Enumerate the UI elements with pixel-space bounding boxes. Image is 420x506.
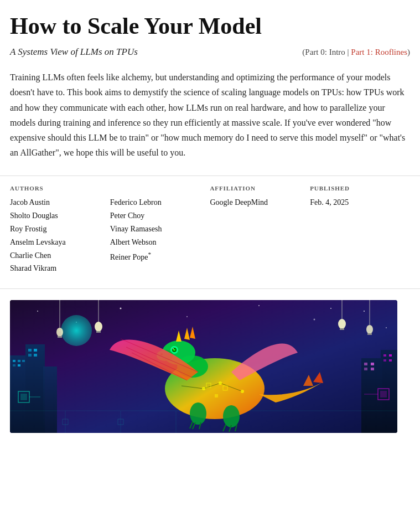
svg-rect-14 bbox=[13, 364, 15, 366]
svg-point-69 bbox=[338, 319, 346, 329]
footnote-asterisk: * bbox=[148, 251, 152, 257]
svg-rect-26 bbox=[389, 354, 392, 357]
svg-point-3 bbox=[120, 308, 122, 309]
svg-rect-22 bbox=[34, 354, 37, 357]
author-name: Anselm Levskaya bbox=[10, 236, 110, 249]
svg-point-45 bbox=[219, 381, 222, 385]
dragon-illustration bbox=[10, 300, 397, 433]
svg-point-66 bbox=[95, 322, 102, 332]
parts-nav: (Part 0: Intro | Part 1: Rooflines) bbox=[302, 48, 410, 57]
svg-point-11 bbox=[61, 315, 92, 346]
svg-rect-81 bbox=[380, 391, 387, 397]
author-name: Sharad Vikram bbox=[10, 262, 110, 275]
page-title: How to Scale Your Model bbox=[10, 13, 410, 39]
affiliation-col: AFFILIATION Google DeepMind bbox=[210, 185, 310, 275]
svg-rect-70 bbox=[340, 328, 344, 330]
svg-point-1 bbox=[37, 311, 38, 312]
parts-suffix: ) bbox=[407, 48, 410, 56]
author-name: Federico Lebron bbox=[110, 196, 210, 209]
svg-rect-28 bbox=[389, 359, 392, 362]
authors-label: AUTHORS bbox=[10, 185, 110, 192]
svg-rect-27 bbox=[383, 359, 386, 362]
published-col: PUBLISHED Feb. 4, 2025 bbox=[310, 185, 410, 275]
svg-rect-67 bbox=[96, 331, 101, 333]
affiliation-label: AFFILIATION bbox=[210, 185, 310, 192]
published-label: PUBLISHED bbox=[310, 185, 410, 192]
authors-col1: AUTHORS Jacob AustinSholto DouglasRoy Fr… bbox=[10, 185, 110, 275]
svg-rect-19 bbox=[28, 349, 32, 352]
svg-rect-85 bbox=[215, 394, 218, 397]
svg-point-9 bbox=[330, 308, 331, 309]
svg-point-46 bbox=[241, 390, 244, 393]
svg-rect-20 bbox=[34, 349, 37, 352]
svg-point-4 bbox=[186, 316, 188, 317]
author-name: Jacob Austin bbox=[10, 196, 110, 209]
authors-col2: AUTHORS Federico LebronPeter ChoyVinay R… bbox=[110, 185, 210, 275]
author-list-col1: Jacob AustinSholto DouglasRoy FrostigAns… bbox=[10, 196, 110, 275]
svg-rect-73 bbox=[58, 336, 62, 338]
author-name: Charlie Chen bbox=[10, 249, 110, 262]
svg-point-7 bbox=[364, 311, 365, 312]
svg-point-64 bbox=[223, 405, 240, 427]
published-date: Feb. 4, 2025 bbox=[310, 196, 410, 209]
author-name: Roy Frostig bbox=[10, 223, 110, 236]
svg-point-44 bbox=[202, 387, 205, 390]
svg-rect-16 bbox=[18, 364, 20, 366]
svg-rect-32 bbox=[364, 368, 367, 370]
svg-rect-76 bbox=[367, 333, 372, 335]
subtitle-row: A Systems View of LLMs on TPUs (Part 0: … bbox=[10, 47, 410, 58]
svg-rect-23 bbox=[43, 366, 57, 433]
svg-point-72 bbox=[56, 328, 63, 337]
svg-point-52 bbox=[173, 348, 174, 349]
hero-image bbox=[10, 300, 397, 433]
svg-point-8 bbox=[386, 327, 387, 328]
author-name: Peter Choy bbox=[110, 209, 210, 223]
author-name: Albert Webson bbox=[110, 236, 210, 249]
svg-rect-21 bbox=[28, 354, 32, 357]
author-name: Vinay Ramasesh bbox=[110, 223, 210, 236]
image-section bbox=[0, 289, 420, 433]
description-text: Training LLMs often feels like alchemy, … bbox=[10, 70, 410, 160]
author-name: Reiner Pope* bbox=[110, 249, 210, 264]
svg-point-5 bbox=[258, 305, 260, 306]
author-list-col2: Federico LebronPeter ChoyVinay RamaseshA… bbox=[110, 196, 210, 264]
svg-point-63 bbox=[190, 402, 206, 425]
svg-rect-30 bbox=[364, 363, 367, 365]
part1-link[interactable]: Part 1: Rooflines bbox=[351, 48, 407, 56]
svg-rect-33 bbox=[371, 368, 374, 370]
svg-point-6 bbox=[314, 319, 315, 321]
subtitle: A Systems View of LLMs on TPUs bbox=[10, 47, 138, 58]
svg-rect-15 bbox=[18, 360, 20, 362]
svg-rect-17 bbox=[22, 360, 25, 362]
svg-point-75 bbox=[366, 325, 373, 334]
main-content: How to Scale Your Model A Systems View o… bbox=[0, 0, 420, 160]
affiliation-value: Google DeepMind bbox=[210, 196, 310, 209]
svg-rect-13 bbox=[13, 360, 15, 362]
author-name: Sholto Douglas bbox=[10, 209, 110, 223]
svg-rect-25 bbox=[383, 354, 386, 357]
meta-section: AUTHORS Jacob AustinSholto DouglasRoy Fr… bbox=[0, 175, 420, 289]
parts-prefix: (Part 0: Intro | bbox=[302, 48, 351, 56]
svg-rect-31 bbox=[371, 363, 374, 365]
svg-rect-78 bbox=[20, 394, 27, 400]
svg-rect-18 bbox=[25, 344, 45, 433]
